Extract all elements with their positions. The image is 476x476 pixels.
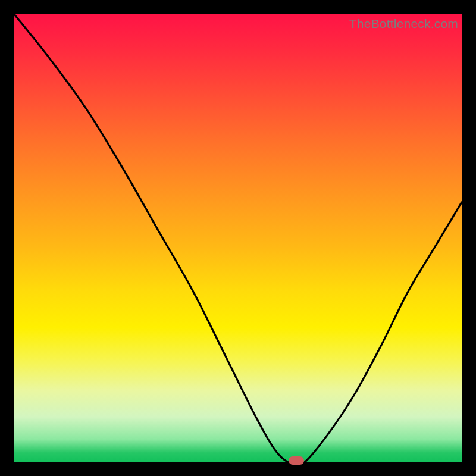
chart-frame: TheBottleneck.com <box>0 0 476 476</box>
optimal-point-marker <box>289 456 304 465</box>
curve-path <box>14 14 462 464</box>
plot-area: TheBottleneck.com <box>14 14 462 462</box>
bottleneck-curve <box>14 14 462 462</box>
